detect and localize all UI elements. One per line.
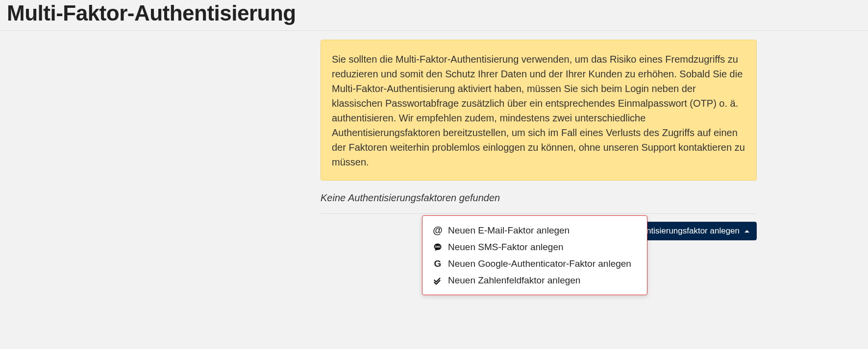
at-icon: @ <box>432 225 443 236</box>
empty-state-message: Keine Authentisierungsfaktoren gefunden <box>321 192 757 204</box>
page-title: Multi-Faktor-Authentisierung <box>0 0 868 30</box>
dropdown-item-email[interactable]: @ Neuen E-Mail-Faktor anlegen <box>422 222 647 239</box>
dropdown-item-label: Neuen E-Mail-Faktor anlegen <box>448 225 570 236</box>
dropdown-item-sms[interactable]: SMS Neuen SMS-Faktor anlegen <box>422 239 647 256</box>
section-divider <box>321 213 757 214</box>
sidebar-spacer <box>0 31 321 240</box>
svg-text:SMS: SMS <box>435 245 441 248</box>
dropdown-item-google-authenticator[interactable]: G Neuen Google-Authenticator-Faktor anle… <box>422 256 647 272</box>
dropdown-item-label: Neuen SMS-Faktor anlegen <box>448 242 564 253</box>
dropdown-item-label: Neuen Zahlenfeldfaktor anlegen <box>448 275 580 286</box>
sms-icon: SMS <box>432 243 443 252</box>
right-spacer <box>757 31 868 240</box>
page-body: Sie sollten die Multi-Faktor-Authentisie… <box>0 31 868 240</box>
content-column: Sie sollten die Multi-Faktor-Authentisie… <box>321 31 757 240</box>
mfa-info-alert: Sie sollten die Multi-Faktor-Authentisie… <box>321 40 757 181</box>
caret-up-icon <box>744 230 749 233</box>
dropdown-item-numberpad[interactable]: Neuen Zahlenfeldfaktor anlegen <box>422 272 647 289</box>
google-icon: G <box>432 258 443 269</box>
dropdown-item-label: Neuen Google-Authenticator-Faktor anlege… <box>448 258 631 269</box>
double-check-icon <box>432 276 443 285</box>
auth-factor-dropdown: @ Neuen E-Mail-Faktor anlegen SMS Neuen … <box>422 215 647 295</box>
